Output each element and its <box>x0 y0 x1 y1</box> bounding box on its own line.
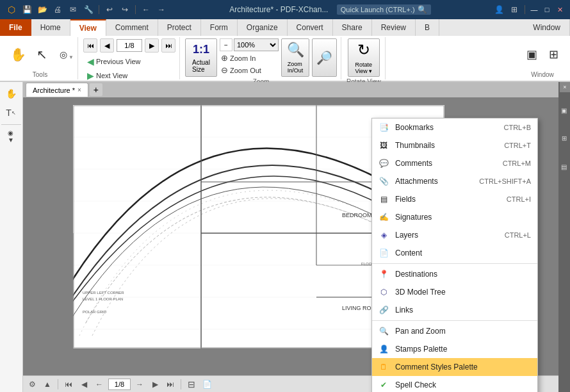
next-page-btn[interactable]: ▶ <box>145 38 159 53</box>
zoom-out-icon: ⊖ <box>221 65 228 75</box>
prev-page-btn[interactable]: ◀ <box>100 38 114 53</box>
zoom-in-btn[interactable]: ⊕ Zoom In <box>220 53 279 63</box>
menu-thumbnails[interactable]: 🖼 Thumbnails CTRL+T <box>372 136 537 154</box>
comment-styles-icon: 🗒 <box>377 361 390 373</box>
minimize-btn[interactable]: — <box>529 4 539 15</box>
menu-comment-styles[interactable]: 🗒 Comment Styles Palette <box>372 358 537 376</box>
bottom-page-btn[interactable]: 📄 <box>200 378 213 391</box>
panel-btn-1[interactable]: ▣ <box>559 97 569 123</box>
snap-tool-btn[interactable]: ◎ ▼ <box>53 49 74 60</box>
email-btn[interactable]: ✉ <box>67 3 79 16</box>
last-page-btn[interactable]: ⏭ <box>161 38 175 53</box>
bottom-settings-btn[interactable]: ⚙ <box>26 378 38 391</box>
window-group: ▣ ⊞ Window <box>517 37 567 79</box>
snapshot-tool[interactable]: ◉▼ <box>1 127 20 145</box>
menu-3d-model-tree[interactable]: ⬡ 3D Model Tree <box>372 283 537 301</box>
tab-view[interactable]: View <box>70 19 106 36</box>
doc-tab-close[interactable]: × <box>77 86 81 94</box>
select-tool-btn[interactable]: ↖ <box>31 47 52 62</box>
layers-shortcut: CTRL+L <box>505 231 531 239</box>
tab-organize[interactable]: Organize <box>238 19 288 36</box>
zoom-select[interactable]: 100% 50% 75% 125% 150% 200% <box>234 38 279 51</box>
menu-pan-zoom[interactable]: 🔍 Pan and Zoom <box>372 322 537 340</box>
layout-btn[interactable]: ⊞ <box>543 47 564 61</box>
tab-form[interactable]: Form <box>201 19 238 36</box>
bottom-sep-1 <box>58 379 58 389</box>
zoom-buttons: 1:1 ActualSize − 100% 50% 75% 125% 150% <box>185 38 337 77</box>
right-panel-close-btn[interactable]: × <box>560 82 570 92</box>
panel-view-btn[interactable]: ▣ <box>521 47 542 61</box>
back-btn[interactable]: ← <box>140 3 152 16</box>
zoom-in-out-btn[interactable]: 🔍 ZoomIn/Out <box>281 38 309 77</box>
menu-stamps-palette[interactable]: 👤 Stamps Palette <box>372 340 537 358</box>
tab-share[interactable]: Share <box>333 19 372 36</box>
new-tab-btn[interactable]: + <box>90 83 102 96</box>
actual-size-label: ActualSize <box>192 59 210 73</box>
bottom-fwd-btn[interactable]: → <box>133 378 146 391</box>
tools-btn[interactable]: 🔧 <box>82 3 95 16</box>
page-input-bottom[interactable] <box>108 379 131 390</box>
zoom-out-btn[interactable]: ⊖ Zoom Out <box>220 65 279 76</box>
zoom-extra-btn[interactable]: 🔎 <box>312 38 337 77</box>
page-input[interactable] <box>117 39 142 52</box>
doc-tab-architecture[interactable]: Architecture * × <box>26 83 88 97</box>
previous-view-btn[interactable]: ◀ Previous View <box>83 55 175 68</box>
bookmarks-icon: 📑 <box>377 121 390 134</box>
tab-window[interactable]: Window <box>524 19 570 36</box>
menu-attachments[interactable]: 📎 Attachments CTRL+SHIFT+A <box>372 172 537 190</box>
actual-size-icon: 1:1 <box>193 43 209 56</box>
open-btn[interactable]: 📂 <box>36 3 49 16</box>
bottom-prev-btn[interactable]: ◀ <box>77 378 90 391</box>
bottom-back-btn[interactable]: ← <box>93 378 106 391</box>
bottom-next-btn[interactable]: ▶ <box>149 378 161 391</box>
tab-convert[interactable]: Convert <box>288 19 333 36</box>
next-view-btn[interactable]: ▶ Next View <box>83 69 175 82</box>
menu-destinations[interactable]: 📍 Destinations <box>372 265 537 283</box>
redo-btn[interactable]: ↪ <box>118 3 131 16</box>
bottom-first-btn[interactable]: ⏮ <box>62 378 75 391</box>
tab-home[interactable]: Home <box>31 19 70 36</box>
undo-btn[interactable]: ↩ <box>103 3 116 16</box>
svg-text:LEVEL 1 FLOOR PLAN: LEVEL 1 FLOOR PLAN <box>83 297 123 301</box>
panel-btn-3[interactable]: ▤ <box>559 154 569 179</box>
stamps-label: Stamps Palette <box>395 345 526 354</box>
forward-btn[interactable]: → <box>155 3 168 16</box>
profile-icon[interactable]: 👤 <box>493 3 505 16</box>
rotate-icon: ↻ <box>357 41 370 59</box>
close-btn[interactable]: ✕ <box>555 4 565 15</box>
menu-bookmarks[interactable]: 📑 Bookmarks CTRL+B <box>372 118 537 136</box>
ribbon-content: ✋ ↖ ◎ ▼ Tools ⏮ ◀ ▶ <box>0 36 570 82</box>
first-page-btn[interactable]: ⏮ <box>83 38 97 53</box>
menu-links[interactable]: 🔗 Links <box>372 301 537 319</box>
zoom-out-small-btn[interactable]: − <box>220 38 232 51</box>
bottom-last-btn[interactable]: ⏭ <box>164 378 177 391</box>
hand-tool-btn[interactable]: ✋ <box>6 47 30 62</box>
bookmarks-shortcut: CTRL+B <box>504 124 532 131</box>
zoom-in-out-icon: 🔍 <box>287 42 304 58</box>
menu-content[interactable]: 📄 Content <box>372 244 537 262</box>
save-btn[interactable]: 💾 <box>20 3 33 16</box>
panel-btn-2[interactable]: ⊞ <box>559 126 569 151</box>
grid-icon[interactable]: ⊞ <box>508 3 521 16</box>
menu-layers[interactable]: ◈ Layers CTRL+L <box>372 226 537 244</box>
text-select-tool[interactable]: T↖ <box>1 104 20 122</box>
tab-review[interactable]: Review <box>372 19 416 36</box>
search-input-display[interactable]: Quick Launch (CTRL+.) <box>341 6 415 13</box>
title-text: Architecture* - PDF-XChan... <box>229 5 328 14</box>
tab-comment[interactable]: Comment <box>106 19 158 36</box>
bottom-arrow-btn[interactable]: ▲ <box>41 378 54 391</box>
menu-comments[interactable]: 💬 Comments CTRL+M <box>372 154 537 172</box>
hand-tool[interactable]: ✋ <box>1 85 20 102</box>
tab-file[interactable]: File <box>0 19 31 36</box>
attachments-icon: 📎 <box>377 175 390 188</box>
maximize-btn[interactable]: □ <box>542 4 552 15</box>
menu-spell-check[interactable]: ✔ Spell Check <box>372 376 537 392</box>
menu-signatures[interactable]: ✍ Signatures <box>372 208 537 226</box>
rotate-view-btn[interactable]: ↻ RotateView ▾ <box>348 38 380 77</box>
print-btn[interactable]: 🖨 <box>51 3 64 16</box>
actual-size-btn[interactable]: 1:1 ActualSize <box>185 38 217 77</box>
tab-protect[interactable]: Protect <box>158 19 201 36</box>
bottom-fit-btn[interactable]: ⊟ <box>185 378 198 391</box>
tab-b[interactable]: B <box>416 19 439 36</box>
menu-fields[interactable]: ▤ Fields CTRL+I <box>372 190 537 208</box>
